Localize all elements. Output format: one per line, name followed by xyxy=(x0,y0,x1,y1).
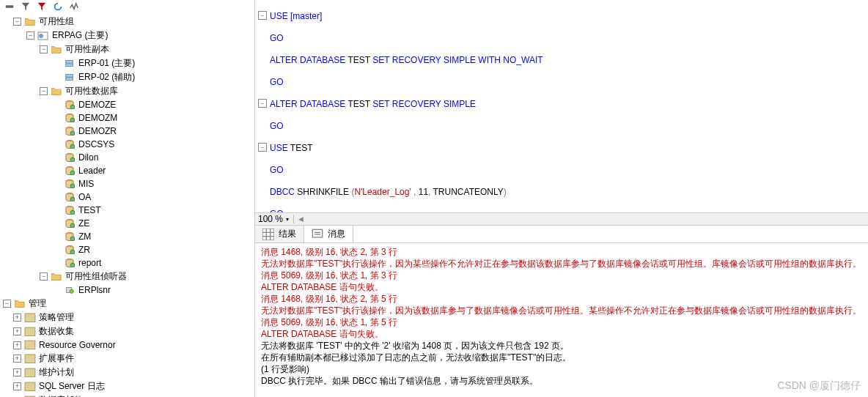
database-icon xyxy=(64,179,76,189)
tree-listeners-folder[interactable]: − 可用性组侦听器 xyxy=(0,270,254,283)
activity-icon[interactable] xyxy=(69,1,79,12)
tree-database-item[interactable]: report xyxy=(0,256,254,270)
tree-label: 数据收集 xyxy=(39,325,74,338)
tree-mgmt-item[interactable]: +Resource Governor xyxy=(0,338,254,352)
tree-replicas-folder[interactable]: − 可用性副本 xyxy=(0,42,254,56)
collapse-icon[interactable]: − xyxy=(40,87,48,95)
tree-replica-primary[interactable]: ERP-01 (主要) xyxy=(0,56,254,70)
collector-icon xyxy=(24,327,36,337)
tree-database-item[interactable]: Leader xyxy=(0,164,254,177)
tree-label: 策略管理 xyxy=(39,311,74,324)
server-icon xyxy=(64,73,76,83)
tab-label: 结果 xyxy=(279,228,296,240)
sql-editor[interactable]: −USE [master] GO ALTER DATABASE TEST SET… xyxy=(255,0,868,212)
messages-panel[interactable]: 消息 1468, 级别 16, 状态 2, 第 3 行无法对数据库"TEST"执… xyxy=(255,243,868,397)
folder-icon xyxy=(51,45,62,55)
collapse-icon[interactable]: − xyxy=(40,45,48,53)
tree-label: DEMOZE xyxy=(78,100,116,110)
tab-messages[interactable]: 消息 xyxy=(304,226,353,242)
zoom-value[interactable]: 100 % xyxy=(258,214,283,224)
svg-point-32 xyxy=(70,263,75,267)
tree-database-item[interactable]: OA xyxy=(0,190,254,204)
tree-label: ZM xyxy=(78,231,91,242)
tree-database-item[interactable]: ZM xyxy=(0,230,254,243)
tree-label: ERP-01 (主要) xyxy=(78,57,135,70)
refresh-icon[interactable] xyxy=(53,1,63,12)
collapse-icon[interactable]: − xyxy=(13,18,21,26)
folder-icon xyxy=(14,299,26,309)
message-line: 在所有辅助副本都已移过添加了日志的点之前，无法收缩数据库"TEST"的日志。 xyxy=(261,352,862,363)
tree-mgmt-item[interactable]: +数据收集 xyxy=(0,324,254,338)
tree-database-item[interactable]: ZR xyxy=(0,243,254,256)
database-icon xyxy=(64,218,76,229)
svg-point-30 xyxy=(70,250,75,254)
code-text: GO xyxy=(270,165,284,176)
message-line: DBCC 执行完毕。如果 DBCC 输出了错误信息，请与系统管理员联系。 xyxy=(261,375,862,387)
filter-red-icon[interactable] xyxy=(37,1,47,12)
svg-point-28 xyxy=(70,237,75,241)
database-icon xyxy=(64,205,76,215)
tree-database-item[interactable]: ZE xyxy=(0,217,254,230)
tree-label: ZE xyxy=(78,218,89,229)
collapse-icon[interactable]: − xyxy=(40,272,48,281)
expand-icon[interactable]: + xyxy=(13,382,21,390)
tree-label: TEST xyxy=(78,205,101,215)
message-line: 消息 5069, 级别 16, 状态 1, 第 5 行 xyxy=(261,316,862,328)
filter-icon[interactable] xyxy=(21,1,31,12)
tree-label: ERPlsnr xyxy=(78,285,111,295)
database-icon xyxy=(64,100,76,110)
tree-label: report xyxy=(78,258,101,268)
database-icon xyxy=(64,139,76,149)
tree-mgmt-item[interactable]: +扩展事件 xyxy=(0,352,254,366)
tree-label: ERP-02 (辅助) xyxy=(78,71,135,84)
collapse-icon[interactable]: − xyxy=(26,31,34,40)
expand-icon[interactable]: + xyxy=(13,313,21,322)
scroll-left-icon[interactable]: ◀ xyxy=(298,215,304,223)
svg-rect-38 xyxy=(25,355,35,363)
tree-mgmt-item[interactable]: +SQL Server 日志 xyxy=(0,379,254,393)
zoom-dropdown-icon[interactable]: ▾ xyxy=(286,216,289,223)
tree-label: ZR xyxy=(78,245,90,255)
message-line: 消息 5069, 级别 16, 状态 1, 第 3 行 xyxy=(261,270,862,281)
ag-icon xyxy=(37,31,49,41)
svg-rect-36 xyxy=(25,327,35,335)
expand-icon[interactable]: + xyxy=(13,341,21,349)
svg-rect-47 xyxy=(312,229,322,237)
expand-icon[interactable]: + xyxy=(13,327,21,335)
code-text: GO xyxy=(270,121,284,132)
expand-icon[interactable]: + xyxy=(13,355,21,363)
tree-listener-item[interactable]: ERPlsnr xyxy=(0,283,254,297)
connect-icon[interactable] xyxy=(4,1,15,12)
tree-database-item[interactable]: DSCSYS xyxy=(0,138,254,151)
tree-label: 维护计划 xyxy=(39,366,74,379)
expand-icon[interactable]: + xyxy=(13,368,21,376)
tree-databases-folder[interactable]: − 可用性数据库 xyxy=(0,84,254,98)
tree-database-item[interactable]: DEMOZR xyxy=(0,125,254,138)
message-line: 消息 1468, 级别 16, 状态 2, 第 3 行 xyxy=(261,246,862,258)
tree-group-erpag[interactable]: − ERPAG (主要) xyxy=(0,29,254,42)
tree-replica-secondary[interactable]: ERP-02 (辅助) xyxy=(0,70,254,84)
database-icon xyxy=(64,166,76,176)
tree-availability-groups[interactable]: − 可用性组 xyxy=(0,15,254,29)
tree-database-item[interactable]: DEMOZE xyxy=(0,98,254,111)
tree-mgmt-item[interactable]: 数据库邮件 xyxy=(0,393,254,397)
svg-rect-4 xyxy=(66,64,73,67)
sqllog-icon xyxy=(24,382,36,392)
svg-point-12 xyxy=(70,131,75,136)
tree-database-item[interactable]: Dilon xyxy=(0,151,254,164)
database-icon xyxy=(64,231,76,242)
svg-rect-37 xyxy=(25,341,35,349)
tree-database-item[interactable]: DEMOZM xyxy=(0,111,254,125)
tree-database-item[interactable]: MIS xyxy=(0,177,254,190)
tree-label: 可用性副本 xyxy=(65,43,109,56)
tree-management[interactable]: − 管理 xyxy=(0,297,254,311)
tree-database-item[interactable]: TEST xyxy=(0,204,254,217)
tab-results[interactable]: 结果 xyxy=(255,226,304,242)
tree-mgmt-item[interactable]: +策略管理 xyxy=(0,311,254,324)
message-line: 消息 1468, 级别 16, 状态 2, 第 5 行 xyxy=(261,293,862,305)
database-icon xyxy=(64,258,76,268)
main-panel: −USE [master] GO ALTER DATABASE TEST SET… xyxy=(255,0,868,397)
database-icon xyxy=(64,192,76,202)
collapse-icon[interactable]: − xyxy=(3,300,11,308)
tree-mgmt-item[interactable]: +维护计划 xyxy=(0,366,254,379)
